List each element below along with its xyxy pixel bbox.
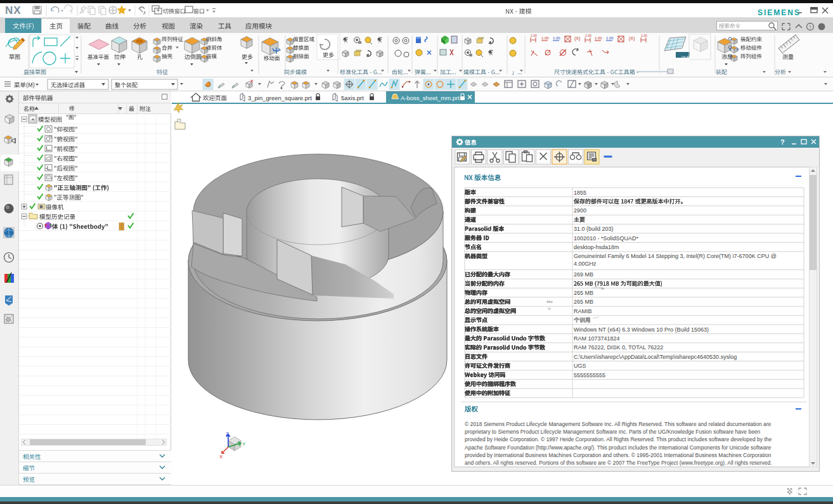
- svg-text:Z: Z: [226, 431, 229, 437]
- svg-text:Vt: Vt: [548, 307, 551, 311]
- svg-text:X: X: [219, 454, 223, 460]
- svg-text:Y: Y: [242, 441, 246, 447]
- svg-text:m: m: [601, 287, 604, 290]
- svg-text:44z: 44z: [546, 300, 553, 304]
